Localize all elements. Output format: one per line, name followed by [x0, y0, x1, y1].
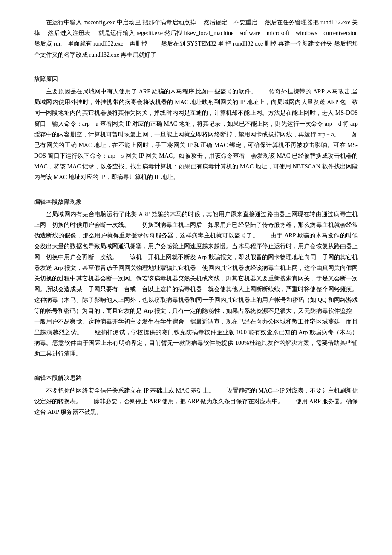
- page-container: 在运行中输入 msconfig.exe 中启动里 把那个病毒启动点掉 然后确定 …: [0, 0, 392, 555]
- intro-paragraph: 在运行中输入 msconfig.exe 中启动里 把那个病毒启动点掉 然后确定 …: [34, 17, 358, 60]
- edit-solution-text: 不要把你的网络安全信任关系建立在 IP 基础上或 MAC 基础上。 设置静态的 …: [34, 387, 358, 415]
- edit-fault-text: 当局域网内有某台电脑运行了此类 ARP 欺骗的木马的时候，其他用户原来直接通过路…: [34, 211, 358, 357]
- edit-fault-section: 编辑本段故障现象 当局域网内有某台电脑运行了此类 ARP 欺骗的木马的时候，其他…: [34, 197, 358, 359]
- fault-paragraph: 主要原因是在局域网中有人使用了 ARP 欺骗的木马程序,比如一些盗号的软件。 传…: [34, 86, 358, 183]
- edit-solution-section: 编辑本段解决思路 不要把你的网络安全信任关系建立在 IP 基础上或 MAC 基础…: [34, 373, 358, 417]
- fault-text: 主要原因是在局域网中有人使用了 ARP 欺骗的木马程序,比如一些盗号的软件。 传…: [34, 88, 358, 181]
- intro-text: 在运行中输入 msconfig.exe 中启动里 把那个病毒启动点掉 然后确定 …: [34, 19, 358, 58]
- fault-heading: 故障原因: [34, 74, 358, 84]
- fault-section: 故障原因 主要原因是在局域网中有人使用了 ARP 欺骗的木马程序,比如一些盗号的…: [34, 74, 358, 183]
- edit-solution-paragraph: 不要把你的网络安全信任关系建立在 IP 基础上或 MAC 基础上。 设置静态的 …: [34, 385, 358, 418]
- edit-fault-paragraph: 当局域网内有某台电脑运行了此类 ARP 欺骗的木马的时候，其他用户原来直接通过路…: [34, 209, 358, 359]
- edit-fault-heading: 编辑本段故障现象: [34, 197, 358, 207]
- edit-solution-heading: 编辑本段解决思路: [34, 373, 358, 383]
